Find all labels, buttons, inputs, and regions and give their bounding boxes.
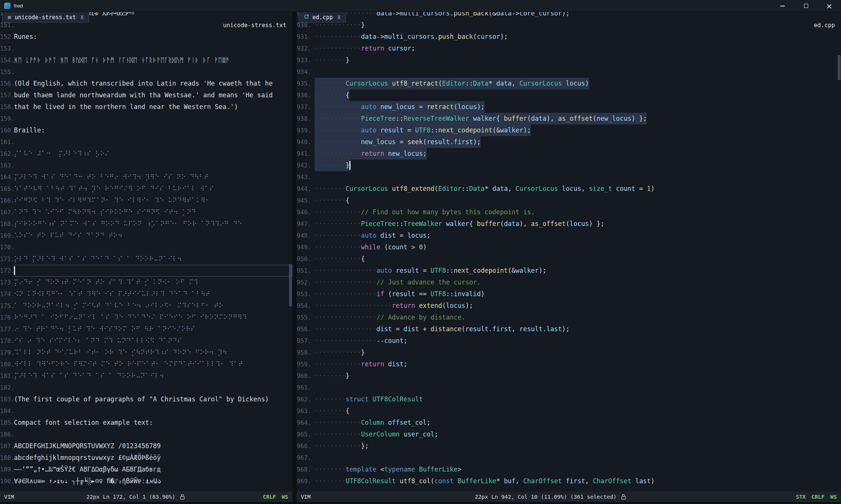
text-viewport-left[interactable]: 150.ሰው እንደቤቱ እንጅ እንደ ጉረቤቱ አይተዳደርም።151.15… bbox=[0, 12, 292, 491]
tab-close-icon[interactable]: X bbox=[80, 14, 83, 20]
code-line[interactable]: 946.············// Find out how many byt… bbox=[297, 206, 841, 218]
scrollbar-left[interactable] bbox=[289, 12, 292, 491]
code-line[interactable]: 966.············}; bbox=[297, 440, 841, 452]
line-content[interactable]: ············PieceTree::TreeWalker walker… bbox=[315, 218, 841, 230]
code-line[interactable]: 171.⡕⠇⠙ ⡍⠜⠇⠑⠹ ⠺⠁⠎ ⠁⠎ ⠙⠑⠁⠙ ⠁⠎ ⠁ ⠙⠕⠕⠗⠤⠝⠁⠊⠇… bbox=[0, 253, 292, 265]
line-content[interactable]: ········template <typename BufferLike> bbox=[315, 464, 841, 475]
line-content[interactable]: ················if (result == UTF8::inva… bbox=[315, 288, 841, 300]
line-content[interactable]: ········} bbox=[315, 160, 841, 171]
code-line[interactable]: 169.⠡⠕⠎⠑ ⠞⠕ ⠏⠥⠞ ⠙⠊⠎ ⠙⠁⠝⠙ ⠞⠕⠲ bbox=[0, 230, 292, 241]
line-content[interactable]: (Old English, which transcribed into Lat… bbox=[14, 78, 292, 89]
code-line[interactable]: 963.········{ bbox=[297, 405, 841, 417]
line-content[interactable]: ············} bbox=[315, 347, 841, 358]
line-content[interactable]: ········} bbox=[315, 370, 841, 382]
line-content[interactable]: ················// Just advance the curs… bbox=[315, 277, 841, 288]
code-line[interactable]: 937.············auto new_locus = retract… bbox=[297, 101, 841, 113]
minimize-button[interactable] bbox=[771, 0, 794, 12]
code-line[interactable]: 161. bbox=[0, 136, 292, 148]
code-line[interactable]: 152.Runes: bbox=[0, 31, 292, 43]
line-content[interactable]: ········UTF8ColResult utf8_col(const Buf… bbox=[315, 475, 841, 487]
line-content[interactable]: ⠔ ⠹⠑ ⠞⠗⠁⠙⠑⠲ ⡃⠥⠞ ⠹⠑ ⠺⠊⠎⠙⠕⠍ ⠕⠋ ⠳⠗ ⠁⠝⠊⠑⠌⠕⠗⠎ bbox=[14, 323, 292, 335]
code-line[interactable]: 960.········} bbox=[297, 370, 841, 382]
line-content[interactable]: ᚻᛖ ᚳᚹᚫᚦ ᚦᚫᛏ ᚻᛖ ᛒᚢᛞᛖ ᚩᚾ ᚦᚫᛗ ᛚᚪᚾᛞᛖ ᚾᚩᚱᚦᚹᛖᚪ… bbox=[14, 54, 292, 66]
line-content[interactable]: ⠡⠕⠎⠑ ⠞⠕ ⠏⠥⠞ ⠙⠊⠎ ⠙⠁⠝⠙ ⠞⠕⠲ bbox=[14, 230, 292, 241]
code-line[interactable]: 166.⠎⠊⠛⠝⠫ ⠃⠹ ⠹⠑ ⠊⠇⠻⠛⠹⠍⠁⠝⠂ ⠹⠑ ⠊⠇⠻⠊⠂ ⠹⠑ ⠥⠝… bbox=[0, 195, 292, 206]
code-line[interactable]: 945.········{ bbox=[297, 195, 841, 206]
code-line[interactable]: 935.········CursorLocus utf8_retract(Edi… bbox=[297, 78, 841, 89]
tab-close-icon[interactable]: X bbox=[337, 14, 340, 20]
line-content[interactable]: ············}; bbox=[315, 440, 841, 452]
code-line[interactable]: 961. bbox=[297, 382, 841, 393]
code-line[interactable]: 956.················dist = dist + distan… bbox=[297, 323, 841, 335]
code-line[interactable]: 162.⡌⠁⠧⠑ ⠼⠁⠒ ⡍⠜⠇⠑⠹⠰⠎ ⡣⠕⠌ bbox=[0, 148, 292, 160]
code-line[interactable]: 943. bbox=[297, 171, 841, 183]
code-line[interactable]: 177.⠔ ⠹⠑ ⠞⠗⠁⠙⠑⠲ ⡃⠥⠞ ⠹⠑ ⠺⠊⠎⠙⠕⠍ ⠕⠋ ⠳⠗ ⠁⠝⠊⠑… bbox=[0, 323, 292, 335]
line-content[interactable]: ····················return extend(locus)… bbox=[315, 300, 841, 312]
line-content[interactable]: ············return new_locus; bbox=[315, 148, 841, 160]
code-line[interactable]: 931.············data->multi_cursors.push… bbox=[297, 31, 841, 43]
code-line[interactable]: 157.bude thaem lande northweardum with t… bbox=[0, 89, 292, 101]
code-line[interactable]: 929.················data->multi_cursors.… bbox=[297, 12, 841, 19]
code-line[interactable]: 167.⠁⠝⠙ ⠹⠑ ⠡⠊⠑⠋ ⠍⠳⠗⠝⠻⠲ ⡎⠊⠗⠕⠕⠛⠑ ⠎⠊⠛⠝⠫ ⠊⠞⠲… bbox=[0, 206, 292, 218]
line-content[interactable]: ············// Find out how many bytes t… bbox=[315, 206, 841, 218]
code-line[interactable]: 173.⡍⠔⠙⠖ ⡊ ⠙⠕⠝⠰⠞ ⠍⠑⠁⠝ ⠞⠕ ⠎⠁⠹ ⠹⠁⠞ ⡊ ⠅⠝⠪⠂ … bbox=[0, 277, 292, 288]
line-content[interactable] bbox=[14, 265, 292, 277]
code-line[interactable]: 163. bbox=[0, 160, 292, 171]
line-content[interactable] bbox=[315, 66, 841, 78]
code-line[interactable]: 165.⠱⠁⠞⠑⠧⠻ ⠁⠃⠳⠞ ⠹⠁⠞⠲ ⡹⠑ ⠗⠑⠛⠊⠌⠻ ⠕⠋ ⠙⠊⠎ ⠃⠥… bbox=[0, 183, 292, 195]
code-line[interactable]: 933.········} bbox=[297, 54, 841, 66]
line-content[interactable]: ············auto result = UTF8::next_cod… bbox=[315, 124, 841, 136]
code-line[interactable]: 189.–—‘“”„†•…‰™œŠŸž€ ΑΒΓΔΩαβγδω АБВГДабв… bbox=[0, 464, 292, 475]
code-line[interactable]: 160.Braille: bbox=[0, 124, 292, 136]
code-line[interactable]: 949.············while (count > 0) bbox=[297, 241, 841, 253]
line-content[interactable] bbox=[315, 452, 841, 464]
code-line[interactable]: 958.············} bbox=[297, 347, 841, 358]
line-content[interactable] bbox=[14, 66, 292, 78]
code-line[interactable]: 158.that he lived in the northern land n… bbox=[0, 101, 292, 113]
code-line[interactable]: 941.············return new_locus; bbox=[297, 148, 841, 160]
code-line[interactable]: 172. bbox=[0, 265, 292, 277]
line-content[interactable] bbox=[14, 241, 292, 253]
line-content[interactable]: ················dist = dist + distance(r… bbox=[315, 323, 841, 335]
line-content[interactable]: ⠗⠑⠛⠜⠙ ⠁ ⠊⠕⠋⠋⠔⠤⠝⠁⠊⠇ ⠁⠎ ⠹⠑ ⠙⠑⠁⠙⠑⠌ ⠏⠊⠑⠊⠑ ⠕⠋… bbox=[14, 312, 292, 323]
tab-ed-cpp[interactable]: ed.cpp X bbox=[298, 12, 346, 23]
line-content[interactable]: ⠊⠎ ⠔ ⠹⠑ ⠎⠊⠍⠊⠇⠑⠆ ⠁⠝⠙ ⠍⠹ ⠥⠝⠙⠁⠇⠇⠪⠫ ⠙⠁⠝⠙⠎ bbox=[14, 335, 292, 347]
text-viewport-right[interactable]: 929.················data->multi_cursors.… bbox=[297, 12, 841, 491]
line-content[interactable]: bude thaem lande northweardum with tha W… bbox=[14, 89, 292, 101]
line-content[interactable]: ········{ bbox=[315, 405, 841, 417]
code-line[interactable]: 955.················// Advance by distan… bbox=[297, 312, 841, 323]
code-line[interactable]: 951.················auto result = UTF8::… bbox=[297, 265, 841, 277]
code-line[interactable]: 175.⠁ ⠙⠕⠕⠗⠤⠝⠁⠊⠇⠲ ⡊ ⠍⠊⠣⠞ ⠙⠁⠧⠑ ⠃⠑⠲ ⠔⠊⠇⠔⠫⠂ … bbox=[0, 300, 292, 312]
code-line[interactable]: 930.············} bbox=[297, 19, 841, 31]
line-content[interactable]: ············Column offset_col; bbox=[315, 417, 841, 429]
line-content[interactable]: ············return cursor; bbox=[315, 43, 841, 54]
code-line[interactable]: 168.⡎⠊⠗⠕⠕⠛⠑⠰⠎ ⠝⠁⠍⠑ ⠺⠁⠎ ⠛⠕⠕⠙ ⠥⠏⠕⠝ ⠰⡡⠁⠝⠛⠑⠂… bbox=[0, 218, 292, 230]
code-line[interactable]: 957.················--count; bbox=[297, 335, 841, 347]
line-content[interactable]: ············data->multi_cursors.push_bac… bbox=[315, 31, 841, 43]
line-content[interactable]: (The first couple of paragraphs of "A Ch… bbox=[14, 393, 292, 405]
line-content[interactable]: ⠪⠝ ⠅⠝⠪⠇⠫⠛⠑⠂ ⠱⠁⠞ ⠹⠻⠑ ⠊⠎ ⠏⠜⠞⠊⠊⠥⠇⠜⠇⠹ ⠙⠑⠁⠙ ⠁… bbox=[14, 288, 292, 300]
line-content[interactable]: ········CursorLocus utf8_retract(Editor:… bbox=[315, 78, 841, 89]
line-content[interactable]: ········struct UTF8ColResult bbox=[315, 393, 841, 405]
pane-splitter[interactable] bbox=[292, 12, 297, 502]
code-line[interactable]: 159. bbox=[0, 113, 292, 124]
line-content[interactable]: ············return dist; bbox=[315, 358, 841, 370]
code-line[interactable]: 939.············auto result = UTF8::next… bbox=[297, 124, 841, 136]
line-content[interactable]: ········{ bbox=[315, 89, 841, 101]
code-line[interactable]: 155. bbox=[0, 66, 292, 78]
line-content[interactable]: –—‘“”„†•…‰™œŠŸž€ ΑΒΓΔΩαβγδω АБВГДабвгд bbox=[14, 464, 292, 475]
line-content[interactable]: Compact font selection example text: bbox=[14, 417, 292, 429]
line-content[interactable]: ⠁⠝⠙ ⠹⠑ ⠡⠊⠑⠋ ⠍⠳⠗⠝⠻⠲ ⡎⠊⠗⠕⠕⠛⠑ ⠎⠊⠛⠝⠫ ⠊⠞⠲ ⡁⠝⠙ bbox=[14, 206, 292, 218]
line-content[interactable]: Runes: bbox=[14, 31, 292, 43]
line-content[interactable] bbox=[14, 136, 292, 148]
code-line[interactable]: 174.⠪⠝ ⠅⠝⠪⠇⠫⠛⠑⠂ ⠱⠁⠞ ⠹⠻⠑ ⠊⠎ ⠏⠜⠞⠊⠊⠥⠇⠜⠇⠹ ⠙⠑… bbox=[0, 288, 292, 300]
line-content[interactable] bbox=[14, 113, 292, 124]
scrollbar-thumb[interactable] bbox=[838, 55, 841, 80]
code-line[interactable]: 942.········} bbox=[297, 160, 841, 171]
code-line[interactable]: 182. bbox=[0, 382, 292, 393]
code-line[interactable]: 156.(Old English, which transcribed into… bbox=[0, 78, 292, 89]
line-content[interactable]: ⡌⠁⠧⠑ ⠼⠁⠒ ⡍⠜⠇⠑⠹⠰⠎ ⡣⠕⠌ bbox=[14, 148, 292, 160]
line-content[interactable]: ············PieceTree::ReverseTreeWalker… bbox=[315, 113, 841, 124]
code-line[interactable]: 948.············auto dist = locus; bbox=[297, 230, 841, 241]
code-line[interactable]: 962.········struct UTF8ColResult bbox=[297, 393, 841, 405]
